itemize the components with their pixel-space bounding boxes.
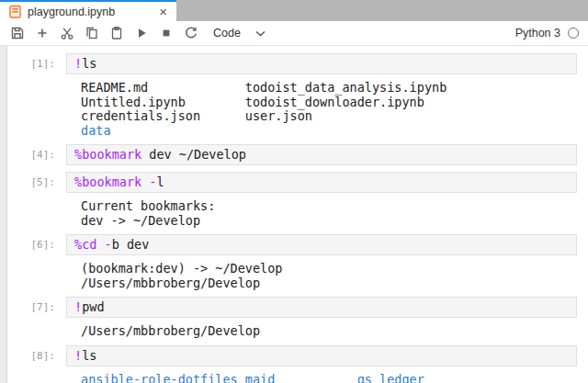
directory-name: ansible-role-dotfiles maid qs_ledger: [81, 372, 424, 383]
execution-count: [7]:: [7, 297, 66, 313]
output-line: (bookmark:dev) -> ~/Develop: [81, 262, 577, 276]
code-token: [96, 237, 104, 252]
copy-cells-button[interactable]: [80, 23, 103, 44]
interrupt-kernel-button[interactable]: [154, 23, 177, 44]
plus-icon: [35, 26, 50, 40]
code-token: dev ~/Develop: [141, 147, 246, 162]
code-token: !: [74, 56, 82, 71]
code-token: %cd: [74, 237, 96, 252]
output-text: README.md: [81, 80, 245, 95]
run-button[interactable]: [130, 23, 153, 44]
kernel-name: Python 3: [515, 27, 560, 39]
output-text: credentials.json: [81, 108, 245, 123]
cell-editor[interactable]: !pwd: [66, 297, 577, 318]
cell-editor[interactable]: %cd -b dev: [66, 234, 577, 255]
code-token: ls: [82, 348, 96, 363]
cell-input-row: [6]:%cd -b dev: [7, 234, 588, 255]
output-line: ansible-role-dotfiles maid qs_ledger: [81, 373, 577, 383]
cell-editor[interactable]: %bookmark -l: [66, 172, 577, 193]
cell-type-value: Code: [213, 27, 241, 39]
execution-count: [1]:: [7, 53, 66, 70]
cell-type-select[interactable]: Code: [213, 27, 266, 39]
tab-playground-ipynb[interactable]: playground.ipynb ×: [0, 0, 176, 21]
cell-editor[interactable]: !ls: [66, 53, 577, 74]
close-icon[interactable]: ×: [157, 5, 169, 18]
chevron-down-icon: [255, 30, 266, 37]
directory-name: data: [81, 123, 111, 138]
output-text: /Users/mbbroberg/Develop: [81, 276, 260, 290]
output-line: /Users/mbbroberg/Develop: [81, 324, 577, 339]
cell-input-row: [1]:!ls: [7, 53, 588, 74]
output-line: README.md todoist_data_analysis.ipynb: [81, 81, 577, 96]
paste-cells-button[interactable]: [105, 23, 128, 44]
code-token: pwd: [82, 299, 104, 314]
notebook-toolbar: Code Python 3: [0, 21, 588, 46]
code-token: !: [74, 299, 82, 314]
restart-icon: [184, 26, 198, 40]
cell-output: /Users/mbbroberg/Develop: [74, 324, 577, 339]
cell-input-row: [4]:%bookmark dev ~/Develop: [7, 144, 588, 165]
notebook-cell[interactable]: [1]:!lsREADME.md todoist_data_analysis.i…: [7, 53, 588, 138]
copy-icon: [85, 26, 99, 40]
notebook-panel: [1]:!lsREADME.md todoist_data_analysis.i…: [7, 46, 588, 383]
left-gutter: [0, 46, 7, 383]
notebook-cell[interactable]: [8]:!lsansible-role-dotfiles maid qs_led…: [7, 345, 588, 383]
output-text: /Users/mbbroberg/Develop: [81, 323, 260, 338]
code-token: b dev: [112, 237, 150, 252]
execution-count: [8]:: [7, 345, 66, 362]
scissors-icon: [60, 26, 74, 40]
output-text: todoist_downloader.ipynb: [245, 95, 424, 109]
save-button[interactable]: [6, 23, 28, 44]
cut-cells-button[interactable]: [55, 23, 78, 44]
output-line: Untitled.ipynb todoist_downloader.ipynb: [81, 96, 577, 110]
notebook-cell[interactable]: [6]:%cd -b dev(bookmark:dev) -> ~/Develo…: [7, 234, 588, 290]
output-line: data: [81, 124, 577, 139]
play-icon: [134, 26, 149, 40]
notebook-cell[interactable]: [7]:!pwd/Users/mbbroberg/Develop: [7, 297, 588, 339]
code-token: l: [156, 175, 164, 189]
output-text: Current bookmarks:: [81, 198, 215, 213]
cell-input-row: [5]:%bookmark -l: [7, 172, 588, 193]
stop-icon: [159, 26, 174, 40]
cell-output: ansible-role-dotfiles maid qs_ledger: [74, 373, 577, 383]
kernel-indicator[interactable]: Python 3: [515, 27, 579, 39]
code-token: ls: [82, 56, 96, 71]
output-line: credentials.json user.json: [81, 109, 577, 124]
cell-editor[interactable]: !ls: [66, 345, 577, 366]
execution-count: [4]:: [7, 144, 66, 161]
notebook-cell[interactable]: [4]:%bookmark dev ~/Develop: [7, 144, 588, 165]
kernel-status-icon: [568, 28, 579, 39]
code-token: %bookmark: [74, 175, 141, 189]
notebook-cell[interactable]: [5]:%bookmark -lCurrent bookmarks:dev ->…: [7, 172, 588, 228]
tab-title: playground.ipynb: [28, 6, 151, 18]
restart-kernel-button[interactable]: [179, 23, 202, 44]
output-line: dev -> ~/Develop: [81, 214, 577, 229]
output-text: (bookmark:dev) -> ~/Develop: [81, 261, 282, 276]
cell-input-row: [8]:!ls: [7, 345, 588, 366]
tab-bar: playground.ipynb ×: [0, 0, 588, 21]
code-token: %bookmark: [74, 147, 141, 162]
clipboard-icon: [109, 26, 124, 40]
output-line: /Users/mbbroberg/Develop: [81, 276, 577, 291]
notebook-icon: [9, 5, 21, 18]
output-text: dev -> ~/Develop: [81, 213, 200, 228]
main-area: [1]:!lsREADME.md todoist_data_analysis.i…: [0, 46, 588, 383]
cell-output: Current bookmarks:dev -> ~/Develop: [74, 199, 577, 228]
code-token: -: [105, 237, 112, 252]
execution-count: [6]:: [7, 234, 66, 251]
cell-input-row: [7]:!pwd: [7, 297, 588, 318]
insert-cell-button[interactable]: [30, 23, 53, 44]
save-icon: [10, 26, 25, 40]
code-token: !: [74, 348, 82, 363]
output-text: user.json: [245, 108, 312, 123]
output-line: Current bookmarks:: [81, 199, 577, 214]
cell-output: README.md todoist_data_analysis.ipynbUnt…: [74, 81, 577, 138]
execution-count: [5]:: [7, 172, 66, 188]
cell-editor[interactable]: %bookmark dev ~/Develop: [66, 144, 577, 165]
output-text: todoist_data_analysis.ipynb: [245, 80, 447, 95]
output-text: Untitled.ipynb: [81, 95, 245, 109]
cell-output: (bookmark:dev) -> ~/Develop/Users/mbbrob…: [74, 262, 577, 290]
